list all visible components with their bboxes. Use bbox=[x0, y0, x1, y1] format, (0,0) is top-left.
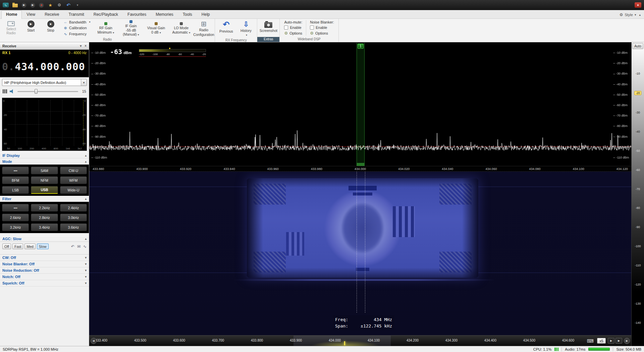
step-forward-button[interactable] bbox=[608, 338, 614, 344]
ribbon-tab[interactable]: Memories bbox=[151, 10, 178, 18]
noise-blanker-enable[interactable]: Enable bbox=[310, 26, 334, 30]
ribbon-tab[interactable]: View bbox=[22, 10, 40, 18]
settings-gear-icon[interactable] bbox=[57, 2, 62, 8]
record-icon[interactable] bbox=[39, 3, 44, 8]
panel-collapse-icon[interactable] bbox=[80, 44, 82, 48]
automute-enable-checkbox[interactable] bbox=[284, 26, 288, 30]
radio-configuration-button[interactable]: Radio Configuration bbox=[194, 19, 213, 37]
mode-button[interactable]: NFM bbox=[31, 176, 58, 184]
audio-spectrum-graph[interactable]: 0-20-40-60 0-20-40-60 501002004008001k63… bbox=[2, 98, 87, 151]
mode-header[interactable]: Mode bbox=[0, 159, 89, 165]
undo-icon[interactable] bbox=[66, 2, 71, 8]
chevron-down-icon[interactable] bbox=[85, 269, 87, 272]
close-icon[interactable] bbox=[635, 2, 641, 8]
filter-button[interactable]: 3.2kHz bbox=[2, 223, 29, 231]
agc-button[interactable]: Med bbox=[24, 244, 35, 249]
favourites-star-icon[interactable] bbox=[48, 2, 53, 8]
chevron-down-icon[interactable] bbox=[85, 262, 87, 266]
dsp-section-header[interactable]: Squelch: Off bbox=[0, 280, 89, 287]
ribbon-collapse-icon[interactable] bbox=[639, 13, 641, 16]
speaker-icon[interactable] bbox=[10, 89, 15, 94]
frequency-display[interactable]: 0. 434.000.000 bbox=[0, 56, 89, 77]
mode-button[interactable]: CW-U bbox=[60, 167, 87, 174]
mode-button[interactable]: SAM bbox=[31, 167, 58, 174]
filter-button[interactable]: 2.2kHz bbox=[31, 204, 58, 212]
ribbon-tab[interactable]: Home bbox=[1, 10, 22, 19]
waterfall-display[interactable]: Freq: 434 MHz Span: ±122.745 kHz bbox=[89, 172, 631, 335]
if-gain-button[interactable]: IF Gain -55 dB (Manual) bbox=[119, 19, 143, 37]
mode-button[interactable]: WFM bbox=[60, 176, 87, 184]
dsp-section-header[interactable]: CW: Off bbox=[0, 255, 89, 261]
noise-blanker-enable-checkbox[interactable] bbox=[310, 26, 314, 30]
ribbon-tab[interactable]: Help bbox=[197, 10, 215, 18]
auto-level-button[interactable]: Auto bbox=[632, 43, 643, 49]
frequency-button[interactable]: Frequency bbox=[62, 32, 92, 37]
filter-button[interactable]: 3.4kHz bbox=[31, 223, 58, 231]
mode-button[interactable]: BFM bbox=[2, 176, 29, 184]
dsp-section-header[interactable]: Notch: Off bbox=[0, 274, 89, 280]
ribbon-tab[interactable]: Receive bbox=[40, 10, 64, 18]
filter-button[interactable]: 2.4kHz bbox=[60, 204, 87, 212]
filter-button[interactable]: ••• bbox=[2, 204, 29, 212]
agc-button[interactable]: Fast bbox=[12, 244, 23, 249]
filter-button[interactable]: 3.6kHz bbox=[60, 223, 87, 231]
start-button[interactable]: Start bbox=[21, 19, 40, 37]
filter-button[interactable]: 2.8kHz bbox=[31, 214, 58, 221]
history-button[interactable]: History bbox=[236, 19, 255, 37]
dsp-section-header[interactable]: Noise Reduction: Off bbox=[0, 267, 89, 274]
agc-button[interactable]: Off bbox=[2, 244, 11, 249]
zoom-button[interactable]: x5 bbox=[597, 338, 606, 344]
filter-button[interactable]: 3.0kHz bbox=[60, 214, 87, 221]
volume-slider-thumb[interactable] bbox=[35, 89, 38, 94]
screenshot-button[interactable]: Screenshot bbox=[259, 19, 278, 36]
scroll-left-button[interactable] bbox=[91, 338, 97, 344]
mode-button[interactable]: Wide-U bbox=[60, 186, 87, 194]
playback-icon[interactable] bbox=[30, 3, 35, 8]
open-folder-icon[interactable] bbox=[12, 4, 18, 7]
rf-gain-button[interactable]: RF Gain Minimum bbox=[94, 19, 118, 37]
automute-options[interactable]: Options bbox=[284, 31, 302, 36]
scroll-right-button[interactable] bbox=[624, 338, 630, 344]
agc-header[interactable]: AGC: Slow bbox=[0, 236, 89, 242]
previous-button[interactable]: Previous bbox=[217, 19, 235, 37]
filter-button[interactable]: 2.6kHz bbox=[2, 214, 29, 221]
agc-button[interactable]: Slow bbox=[37, 244, 49, 249]
mode-button[interactable]: LSB bbox=[2, 186, 29, 194]
audio-device-select[interactable]: HP (Périphérique High Definition Audio) bbox=[2, 79, 87, 86]
waterfall-level-scale[interactable]: Auto -10-20-30-40-50-60-70-80-90-100-110… bbox=[631, 42, 644, 346]
ribbon-tab[interactable]: Rec/Playback bbox=[89, 10, 123, 18]
step-end-button[interactable] bbox=[615, 338, 622, 344]
if-display-header[interactable]: IF Display bbox=[0, 152, 89, 159]
tuning-marker[interactable]: 1 bbox=[357, 43, 365, 166]
chevron-down-icon[interactable] bbox=[85, 281, 87, 285]
dsp-section-header[interactable]: Noise Blanker: Off bbox=[0, 261, 89, 267]
panel-close-icon[interactable] bbox=[85, 44, 87, 48]
equalizer-icon[interactable] bbox=[3, 89, 7, 93]
select-radio-button[interactable]: Select Radio bbox=[2, 19, 20, 37]
band-navigator[interactable]: 433.400433.500433.600433.700433.800433.9… bbox=[89, 335, 631, 346]
quick-access-dropdown-icon[interactable] bbox=[75, 2, 80, 8]
stop-button[interactable]: Stop bbox=[41, 19, 60, 37]
filter-header[interactable]: Filter bbox=[0, 196, 89, 202]
play-icon[interactable] bbox=[21, 3, 26, 8]
spectrum-display[interactable]: -10 dBm-20 dBm-30 dBm-40 dBm-50 dBm-60 d… bbox=[89, 42, 631, 166]
chevron-down-icon[interactable] bbox=[85, 275, 87, 278]
volume-slider[interactable] bbox=[17, 89, 78, 94]
lo-mode-button[interactable]: LO Mode Automatic bbox=[169, 19, 193, 37]
mode-button[interactable]: USB bbox=[31, 186, 58, 194]
automute-enable[interactable]: Enable bbox=[284, 26, 302, 30]
ribbon-tab[interactable]: Favourites bbox=[123, 10, 151, 18]
keyboard-icon[interactable] bbox=[587, 338, 594, 344]
calibration-button[interactable]: Calibration bbox=[62, 26, 92, 31]
agc-envelope-icon[interactable] bbox=[77, 244, 80, 249]
agc-chart-icon[interactable] bbox=[83, 244, 87, 249]
chevron-down-icon[interactable] bbox=[81, 79, 87, 86]
visual-gain-button[interactable]: Visual Gain 0 dB bbox=[144, 19, 168, 37]
ribbon-tab[interactable]: Transmit bbox=[64, 10, 89, 18]
agc-reset-icon[interactable] bbox=[71, 244, 74, 249]
ribbon-tab[interactable]: Tools bbox=[178, 10, 197, 18]
noise-blanker-options[interactable]: Options bbox=[310, 31, 334, 36]
bandwidth-button[interactable]: Bandwidth bbox=[62, 20, 92, 25]
style-selector[interactable]: Style bbox=[618, 12, 643, 18]
mode-button[interactable]: ••• bbox=[2, 167, 29, 174]
